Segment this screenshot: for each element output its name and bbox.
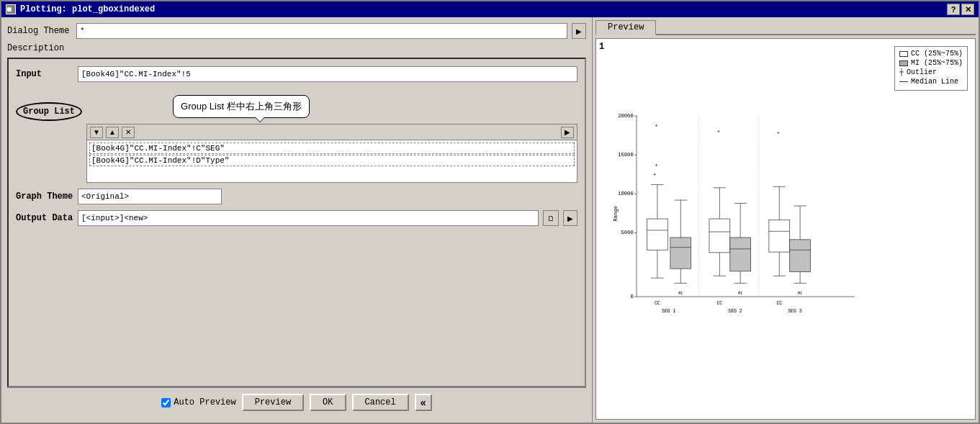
auto-preview-checkbox[interactable] — [161, 398, 171, 407]
legend-box-cc — [899, 51, 908, 57]
group-list-container: Group List 栏中右上角三角形 ▼ ▲ ✕ ▶ [Book4G]" — [86, 88, 577, 183]
graph-theme-select-wrapper: <Original> — [78, 189, 222, 204]
outlier-icon: ┼ — [899, 68, 904, 76]
svg-text:+: + — [655, 124, 657, 129]
legend-item-mi: MI (25%~75%) — [899, 59, 963, 67]
svg-rect-24 — [670, 238, 691, 269]
right-panel: Preview 1 CC (25%~75%) MI (25%~75%) — [592, 17, 979, 423]
svg-text:SEG 1: SEG 1 — [662, 309, 676, 314]
auto-preview-checkbox-label[interactable]: Auto Preview — [161, 397, 235, 407]
output-data-input[interactable] — [78, 210, 539, 226]
graph-theme-label: Graph Theme — [16, 191, 73, 202]
preview-button[interactable]: Preview — [242, 394, 304, 411]
legend-label-cc: CC (25%~75%) — [911, 50, 963, 58]
collapse-button[interactable]: « — [415, 394, 432, 411]
title-buttons: ? ✕ — [947, 4, 974, 15]
legend-item-cc: CC (25%~75%) — [899, 50, 963, 58]
dialog-theme-label: Dialog Theme — [7, 26, 72, 36]
callout-tooltip: Group List 栏中右上角三角形 — [173, 95, 310, 118]
main-content: Dialog Theme ▶ Description Input Group L… — [1, 17, 979, 423]
auto-preview-label: Auto Preview — [174, 397, 235, 407]
group-list-toolbar: ▼ ▲ ✕ ▶ — [86, 124, 577, 140]
output-data-row: Output Data 🗋 ▶ — [16, 210, 577, 226]
svg-rect-41 — [730, 238, 751, 271]
ok-button[interactable]: OK — [310, 394, 346, 411]
description-label: Description — [7, 43, 72, 53]
graph-theme-select[interactable]: <Original> — [78, 189, 222, 204]
svg-text:10000: 10000 — [618, 191, 634, 197]
svg-text:+: + — [655, 163, 657, 168]
group-list-area: Group List Group List 栏中右上角三角形 ▼ ▲ ✕ ▶ — [16, 88, 577, 183]
legend-label-median: Median Line — [911, 78, 958, 86]
svg-text:MI: MI — [678, 292, 683, 296]
inner-panel: Input Group List Group List 栏中右上角三角形 ▼ — [7, 58, 586, 387]
list-item: [Book4G]"CC.MI-Index"!C"SEG" — [89, 143, 575, 154]
svg-text:CC: CC — [655, 301, 660, 306]
preview-tab-bar: Preview — [595, 20, 976, 35]
dialog-theme-row: Dialog Theme ▶ — [7, 23, 586, 39]
window-icon: ■ — [6, 4, 16, 14]
svg-text:CC: CC — [716, 301, 722, 306]
legend-label-mi: MI (25%~75%) — [911, 59, 963, 67]
svg-text:MI: MI — [798, 292, 802, 296]
svg-rect-14 — [647, 219, 667, 250]
svg-text:SEG 3: SEG 3 — [788, 309, 802, 314]
output-data-file-btn[interactable]: 🗋 — [543, 210, 559, 226]
cancel-button[interactable]: Cancel — [352, 394, 409, 411]
main-window: ■ Plotting: plot_gboxindexed ? ✕ Dialog … — [0, 0, 980, 424]
dialog-theme-arrow-btn[interactable]: ▶ — [572, 23, 586, 39]
svg-rect-50 — [769, 220, 790, 252]
preview-page-number: 1 — [599, 42, 604, 52]
input-row: Input — [16, 66, 577, 82]
preview-area: 1 CC (25%~75%) MI (25%~75%) ┼ Outlier — [595, 38, 976, 420]
output-data-arrow-btn[interactable]: ▶ — [563, 210, 577, 226]
graph-theme-row: Graph Theme <Original> — [16, 189, 577, 204]
svg-text:20000: 20000 — [618, 113, 634, 119]
legend-item-median: Median Line — [899, 78, 963, 86]
input-label: Input — [16, 69, 73, 79]
left-panel: Dialog Theme ▶ Description Input Group L… — [1, 17, 592, 423]
toolbar-down-btn[interactable]: ▲ — [106, 127, 119, 138]
bottom-bar: Auto Preview Preview OK Cancel « — [7, 387, 586, 417]
description-row: Description — [7, 43, 586, 53]
svg-text:Range: Range — [613, 206, 619, 222]
svg-text:+: + — [717, 130, 720, 135]
help-button[interactable]: ? — [947, 4, 960, 15]
input-field[interactable] — [78, 66, 577, 82]
svg-text:MI: MI — [738, 292, 742, 296]
toolbar-delete-btn[interactable]: ✕ — [122, 127, 135, 138]
window-title: Plotting: plot_gboxindexed — [20, 4, 155, 14]
svg-text:15000: 15000 — [618, 152, 634, 158]
svg-text:SEG 2: SEG 2 — [728, 309, 742, 314]
svg-text:+: + — [777, 131, 780, 136]
callout-text: Group List 栏中右上角三角形 — [181, 101, 302, 112]
group-list-box[interactable]: [Book4G]"CC.MI-Index"!C"SEG" [Book4G]"CC… — [86, 140, 577, 183]
group-list-label: Group List — [16, 102, 82, 121]
toolbar-arrow-btn[interactable]: ▶ — [561, 127, 574, 138]
close-button[interactable]: ✕ — [961, 4, 974, 15]
chart-legend: CC (25%~75%) MI (25%~75%) ┼ Outlier Medi… — [894, 46, 968, 91]
svg-text:+: + — [653, 173, 656, 178]
legend-item-outlier: ┼ Outlier — [899, 68, 963, 76]
svg-text:0: 0 — [630, 294, 633, 299]
svg-text:5000: 5000 — [621, 230, 633, 235]
title-bar-left: ■ Plotting: plot_gboxindexed — [6, 4, 155, 14]
dialog-theme-input[interactable] — [76, 23, 567, 39]
svg-rect-58 — [790, 240, 811, 272]
list-item: [Book4G]"CC.MI-Index"!D"Type" — [89, 155, 575, 166]
output-data-label: Output Data — [16, 213, 73, 223]
median-line-icon — [899, 81, 908, 82]
toolbar-up-btn[interactable]: ▼ — [90, 127, 103, 138]
box-plot-chart: 20000 15000 10000 5000 0 Range — [611, 53, 860, 384]
legend-box-mi — [899, 60, 908, 66]
svg-text:CC: CC — [776, 301, 782, 306]
legend-label-outlier: Outlier — [907, 68, 937, 76]
tab-preview[interactable]: Preview — [595, 20, 656, 35]
title-bar: ■ Plotting: plot_gboxindexed ? ✕ — [1, 1, 979, 17]
svg-rect-33 — [709, 219, 730, 253]
